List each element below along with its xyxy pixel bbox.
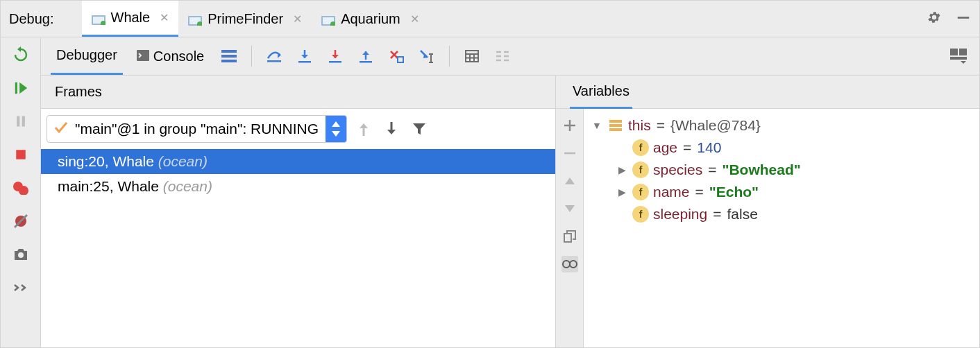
pause-button[interactable] bbox=[12, 112, 30, 130]
field-icon: f bbox=[632, 206, 649, 223]
svg-rect-19 bbox=[137, 50, 149, 61]
svg-rect-45 bbox=[609, 120, 622, 123]
expand-icon[interactable]: ▶ bbox=[616, 164, 628, 175]
next-frame-button[interactable] bbox=[380, 118, 403, 140]
frame-row[interactable]: main:25, Whale (ocean) bbox=[41, 174, 555, 199]
remove-watch-button[interactable] bbox=[561, 145, 578, 162]
move-watch-up-button[interactable] bbox=[561, 173, 578, 189]
prev-frame-button[interactable] bbox=[353, 118, 375, 140]
expand-icon[interactable]: ▶ bbox=[616, 186, 628, 198]
svg-rect-46 bbox=[609, 124, 622, 127]
svg-rect-24 bbox=[298, 61, 311, 63]
tab-label: Aquarium bbox=[341, 11, 400, 27]
view-breakpoints-button[interactable] bbox=[12, 179, 30, 197]
move-watch-down-button[interactable] bbox=[561, 200, 578, 217]
filter-frames-button[interactable] bbox=[408, 118, 430, 140]
svg-rect-20 bbox=[221, 50, 237, 53]
svg-rect-41 bbox=[950, 57, 967, 60]
variable-name[interactable]: ▶ f name = "Echo" bbox=[591, 181, 972, 203]
run-tab-whale[interactable]: Whale ✕ bbox=[82, 1, 179, 37]
variables-gutter bbox=[556, 109, 584, 347]
frame-package: (ocean) bbox=[163, 178, 212, 194]
run-to-cursor-button[interactable] bbox=[416, 46, 438, 67]
more-actions-button[interactable] bbox=[12, 279, 30, 297]
show-watches-button[interactable] bbox=[561, 256, 578, 272]
titlebar-right bbox=[927, 10, 971, 28]
var-value: "Echo" bbox=[709, 184, 759, 200]
step-into-button[interactable] bbox=[294, 46, 316, 67]
threads-icon[interactable] bbox=[218, 46, 240, 67]
svg-rect-9 bbox=[958, 17, 970, 19]
var-name: this bbox=[628, 117, 651, 134]
variables-tree[interactable]: ▼ this = {Whale@784} f age = 140 bbox=[584, 109, 979, 347]
duplicate-watch-button[interactable] bbox=[561, 228, 578, 245]
expand-icon[interactable]: ▼ bbox=[591, 120, 603, 131]
field-icon: f bbox=[632, 184, 649, 200]
debug-label: Debug: bbox=[9, 11, 54, 27]
svg-rect-10 bbox=[15, 82, 17, 94]
close-icon[interactable]: ✕ bbox=[160, 11, 169, 24]
svg-rect-42 bbox=[564, 234, 571, 242]
field-icon: f bbox=[632, 139, 649, 156]
variable-age[interactable]: f age = 140 bbox=[591, 137, 972, 159]
separator bbox=[251, 46, 252, 67]
var-name: sleeping bbox=[653, 206, 707, 223]
camera-button[interactable] bbox=[12, 245, 30, 263]
checkmark-icon bbox=[54, 121, 68, 137]
debug-titlebar: Debug: Whale ✕ PrimeFinder ✕ Aquarium ✕ bbox=[0, 0, 980, 37]
run-config-icon bbox=[321, 14, 335, 24]
run-config-tabs: Whale ✕ PrimeFinder ✕ Aquarium ✕ bbox=[82, 1, 927, 37]
equals-sign: = bbox=[657, 117, 665, 134]
run-tab-primefinder[interactable]: PrimeFinder ✕ bbox=[178, 1, 312, 37]
resume-button[interactable] bbox=[12, 79, 30, 97]
svg-rect-39 bbox=[950, 49, 958, 55]
force-step-into-button[interactable] bbox=[324, 46, 346, 67]
frames-toolbar: "main"@1 in group "main": RUNNING bbox=[41, 109, 555, 149]
layout-settings-button[interactable] bbox=[947, 46, 970, 67]
variables-header[interactable]: Variables bbox=[556, 76, 979, 109]
run-tab-aquarium[interactable]: Aquarium ✕ bbox=[312, 1, 429, 37]
equals-sign: = bbox=[683, 139, 691, 156]
var-value: "Bowhead" bbox=[722, 162, 800, 178]
frames-header-label: Frames bbox=[55, 84, 102, 100]
variable-sleeping[interactable]: f sleeping = false bbox=[591, 203, 972, 225]
frame-location: main:25, Whale bbox=[58, 178, 159, 194]
thread-selector[interactable]: "main"@1 in group "main": RUNNING bbox=[47, 115, 347, 143]
svg-rect-21 bbox=[221, 55, 237, 58]
mute-breakpoints-button[interactable] bbox=[12, 212, 30, 230]
debugger-tab[interactable]: Debugger bbox=[51, 37, 123, 75]
step-over-button[interactable] bbox=[263, 46, 285, 67]
field-icon: f bbox=[632, 162, 649, 178]
stop-button[interactable] bbox=[12, 146, 30, 164]
var-name: age bbox=[653, 139, 677, 156]
gear-icon[interactable] bbox=[927, 10, 942, 28]
frame-row[interactable]: sing:20, Whale (ocean) bbox=[41, 149, 555, 174]
frame-location: sing:20, Whale bbox=[58, 153, 154, 169]
close-icon[interactable]: ✕ bbox=[293, 12, 302, 26]
minimize-icon[interactable] bbox=[956, 10, 971, 28]
svg-point-43 bbox=[563, 261, 570, 268]
variable-this[interactable]: ▼ this = {Whale@784} bbox=[591, 114, 972, 137]
equals-sign: = bbox=[695, 184, 704, 200]
svg-point-44 bbox=[570, 261, 577, 268]
variable-species[interactable]: ▶ f species = "Bowhead" bbox=[591, 159, 972, 181]
svg-rect-11 bbox=[17, 116, 19, 127]
equals-sign: = bbox=[713, 206, 721, 223]
new-watch-button[interactable] bbox=[561, 117, 578, 134]
step-out-button[interactable] bbox=[355, 46, 377, 67]
svg-rect-23 bbox=[267, 60, 281, 62]
rerun-button[interactable] bbox=[12, 46, 30, 64]
debugger-toolbar: Debugger Console bbox=[41, 37, 979, 76]
thread-text: "main"@1 in group "main": RUNNING bbox=[75, 121, 319, 137]
debugger-tab-label: Debugger bbox=[56, 47, 117, 63]
drop-frame-button[interactable] bbox=[385, 46, 407, 67]
evaluate-expression-button[interactable] bbox=[461, 46, 483, 67]
close-icon[interactable]: ✕ bbox=[410, 12, 419, 26]
console-tab-label: Console bbox=[153, 49, 204, 64]
svg-rect-40 bbox=[959, 49, 967, 55]
var-value: 140 bbox=[697, 139, 721, 156]
trace-current-stream-chain-button[interactable] bbox=[491, 46, 514, 67]
frames-list: sing:20, Whale (ocean) main:25, Whale (o… bbox=[41, 149, 555, 347]
stepper-icon[interactable] bbox=[326, 116, 346, 142]
console-tab[interactable]: Console bbox=[131, 37, 210, 75]
